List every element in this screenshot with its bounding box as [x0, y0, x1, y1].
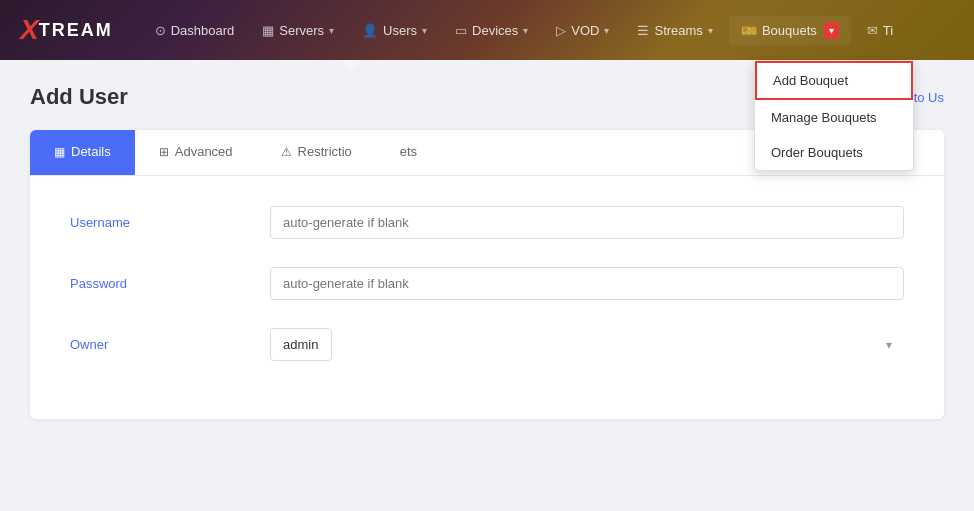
logo-tream: TREAM	[39, 20, 113, 41]
users-icon: 👤	[362, 23, 378, 38]
tab-restrictions-label: Restrictio	[298, 144, 352, 159]
tab-bouquets[interactable]: ets	[376, 130, 441, 175]
dropdown-item-manage-bouquets[interactable]: Manage Bouquets	[755, 100, 913, 135]
username-label: Username	[70, 215, 270, 230]
tab-bouquets-label: ets	[400, 144, 417, 159]
logo-x: X	[20, 14, 39, 46]
owner-select-wrapper: admin ▾	[270, 328, 904, 361]
advanced-tab-icon: ⊞	[159, 145, 169, 159]
nav-item-vod[interactable]: ▷ VOD ▾	[544, 17, 621, 44]
main-nav: ⊙ Dashboard ▦ Servers ▾ 👤 Users ▾ ▭ Devi…	[143, 16, 954, 45]
tab-restrictions[interactable]: ⚠ Restrictio	[257, 130, 376, 175]
details-tab-icon: ▦	[54, 145, 65, 159]
dropdown-item-add-bouquet[interactable]: Add Bouquet	[755, 61, 913, 100]
nav-item-users[interactable]: 👤 Users ▾	[350, 17, 439, 44]
nav-label-devices: Devices	[472, 23, 518, 38]
owner-select-chevron-icon: ▾	[886, 338, 892, 352]
nav-item-streams[interactable]: ☰ Streams ▾	[625, 17, 724, 44]
streams-icon: ☰	[637, 23, 649, 38]
nav-item-tickets[interactable]: ✉ Ti	[855, 17, 905, 44]
password-label: Password	[70, 276, 270, 291]
tab-advanced-label: Advanced	[175, 144, 233, 159]
dashboard-icon: ⊙	[155, 23, 166, 38]
nav-item-devices[interactable]: ▭ Devices ▾	[443, 17, 540, 44]
bouquets-dropdown: Add Bouquet Manage Bouquets Order Bouque…	[754, 60, 914, 171]
nav-label-tickets: Ti	[883, 23, 893, 38]
username-input[interactable]	[270, 206, 904, 239]
users-chevron-icon: ▾	[422, 25, 427, 36]
nav-label-bouquets: Bouquets	[762, 23, 817, 38]
restrictions-tab-icon: ⚠	[281, 145, 292, 159]
devices-chevron-icon: ▾	[523, 25, 528, 36]
servers-icon: ▦	[262, 23, 274, 38]
bouquets-dropdown-chevron-icon[interactable]: ▾	[824, 22, 839, 39]
owner-row: Owner admin ▾	[70, 328, 904, 361]
tickets-icon: ✉	[867, 23, 878, 38]
nav-label-streams: Streams	[654, 23, 702, 38]
nav-label-dashboard: Dashboard	[171, 23, 235, 38]
owner-select[interactable]: admin	[270, 328, 332, 361]
nav-label-vod: VOD	[571, 23, 599, 38]
nav-item-servers[interactable]: ▦ Servers ▾	[250, 17, 346, 44]
password-input[interactable]	[270, 267, 904, 300]
nav-item-dashboard[interactable]: ⊙ Dashboard	[143, 17, 247, 44]
bouquets-icon: 🎫	[741, 23, 757, 38]
nav-item-bouquets[interactable]: 🎫 Bouquets ▾	[729, 16, 851, 45]
page-title: Add User	[30, 84, 128, 110]
header: X TREAM ⊙ Dashboard ▦ Servers ▾ 👤 Users …	[0, 0, 974, 60]
servers-chevron-icon: ▾	[329, 25, 334, 36]
logo: X TREAM	[20, 14, 113, 46]
password-row: Password	[70, 267, 904, 300]
tab-details[interactable]: ▦ Details	[30, 130, 135, 175]
vod-icon: ▷	[556, 23, 566, 38]
devices-icon: ▭	[455, 23, 467, 38]
streams-chevron-icon: ▾	[708, 25, 713, 36]
owner-label: Owner	[70, 337, 270, 352]
form-body: Username Password Owner admin ▾	[30, 176, 944, 419]
nav-label-servers: Servers	[279, 23, 324, 38]
tab-advanced[interactable]: ⊞ Advanced	[135, 130, 257, 175]
username-row: Username	[70, 206, 904, 239]
main-card: ▦ Details ⊞ Advanced ⚠ Restrictio ets Us…	[30, 130, 944, 419]
dropdown-item-order-bouquets[interactable]: Order Bouquets	[755, 135, 913, 170]
vod-chevron-icon: ▾	[604, 25, 609, 36]
nav-indicator-arrow	[340, 60, 360, 72]
tab-details-label: Details	[71, 144, 111, 159]
nav-label-users: Users	[383, 23, 417, 38]
